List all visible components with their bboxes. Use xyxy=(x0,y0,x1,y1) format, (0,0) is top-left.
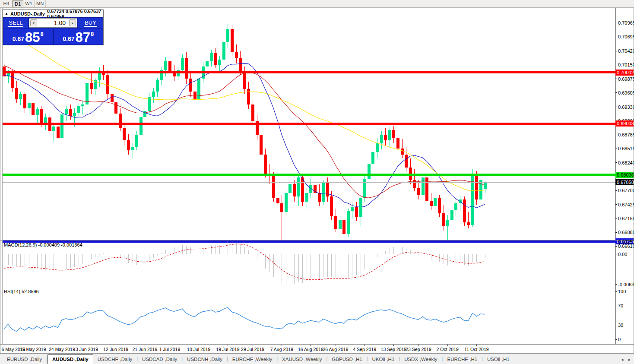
date-label: 24 May 2019 xyxy=(49,347,75,352)
volume-increase-button[interactable]: ▲ xyxy=(69,19,76,26)
rsi-indicator-label: RSI(14) 52.8596 xyxy=(4,289,39,294)
svg-text:0.68240: 0.68240 xyxy=(618,160,634,165)
svg-text:0.002574: 0.002574 xyxy=(618,239,634,244)
tab-usdchf-daily[interactable]: USDCHF-,Daily xyxy=(93,355,137,364)
volume-control: ▼ ▲ xyxy=(29,18,77,28)
date-label: 26 Aug 2019 xyxy=(323,347,349,352)
date-label: 10 Jul 2019 xyxy=(187,347,210,352)
svg-text:0.68785: 0.68785 xyxy=(618,132,634,137)
price-axis: 0.709650.706950.704200.701500.698750.696… xyxy=(0,8,634,353)
level-line-0.70002 xyxy=(3,71,615,73)
rsi-pane: 10070300 xyxy=(3,289,626,342)
chart-title: ▲ AUDUSD-,Daily 0.67724 0.67876 0.67637 … xyxy=(3,10,103,17)
svg-text:70: 70 xyxy=(618,303,623,308)
svg-text:0.70965: 0.70965 xyxy=(618,20,634,25)
chart-window: 0.709650.706950.704200.701500.698750.696… xyxy=(0,8,634,353)
macd-pane: 0.0025740.00-0.006326 xyxy=(4,239,634,287)
date-label: 4 Sep 2019 xyxy=(353,347,376,352)
timeframe-button-d1[interactable]: D1 xyxy=(12,0,23,7)
svg-text:0.67700: 0.67700 xyxy=(618,188,634,193)
tab-ukoil-h1[interactable]: UKOil-,H1 xyxy=(368,355,399,364)
svg-text:0.70150: 0.70150 xyxy=(618,62,634,67)
level-line-0.68006 xyxy=(3,174,615,176)
svg-text:0.70002: 0.70002 xyxy=(617,70,634,75)
tab-scroll-right-icon[interactable]: ► xyxy=(628,358,631,362)
timeframe-toolbar: H4 D1 W1 MN xyxy=(0,0,634,8)
date-label: 15 May 2019 xyxy=(20,347,46,352)
svg-text:0.67155: 0.67155 xyxy=(618,216,634,221)
date-label: 1 Jul 2019 xyxy=(159,347,181,352)
sell-price-big: 85 xyxy=(25,32,40,43)
timeframe-button-h4[interactable]: H4 xyxy=(1,0,12,7)
trade-panel: SELL ▼ ▲ BUY 0.67 85 8 0.67 xyxy=(3,17,103,45)
tab-eurusd-daily[interactable]: EURUSD-,Daily xyxy=(3,355,46,364)
candles-layer xyxy=(3,24,487,242)
buy-price-prefix: 0.67 xyxy=(63,35,74,42)
tab-scroll-arrows: ◄ ► xyxy=(620,358,631,362)
date-label: 19 Jul 2019 xyxy=(216,347,239,352)
date-label: 16 Aug 2019 xyxy=(298,347,323,352)
tab-usdx-weekly[interactable]: USDX-,Weekly xyxy=(400,355,441,364)
tab-usoil-h1[interactable]: USOil-,H1 xyxy=(483,355,514,364)
tab-scroll-left-icon[interactable]: ◄ xyxy=(620,358,624,362)
tab-usdcnh-daily[interactable]: USDCNH-,Daily xyxy=(183,355,227,364)
sell-price-tile[interactable]: 0.67 85 8 xyxy=(3,28,53,44)
date-label: 2 Oct 2019 xyxy=(437,347,459,352)
svg-text:0.70420: 0.70420 xyxy=(618,48,634,54)
collapse-icon[interactable]: ▲ xyxy=(5,12,8,16)
chart-ohlc-values: 0.67724 0.67876 0.67637 0.67858 xyxy=(47,9,101,19)
moving-averages-layer xyxy=(4,32,485,208)
tab-gbpusd-h1[interactable]: GBPUSD-,H1 xyxy=(327,355,366,364)
trading-platform: H4 D1 W1 MN 0.709650.706950.704200.70150… xyxy=(0,0,634,364)
date-axis: 6 May 201915 May 201924 May 20193 Jun 20… xyxy=(2,345,489,352)
svg-text:100: 100 xyxy=(618,289,626,294)
tab-usdcad-daily[interactable]: USDCAD-,Daily xyxy=(138,355,181,364)
sell-button[interactable]: SELL xyxy=(3,18,28,28)
date-label: 12 Jun 2019 xyxy=(103,347,128,352)
buy-price-tile[interactable]: 0.67 87 8 xyxy=(54,28,103,44)
chart-canvas[interactable]: 0.709650.706950.704200.701500.698750.696… xyxy=(0,8,634,353)
svg-text:0.66880: 0.66880 xyxy=(618,230,634,235)
svg-text:0.69605: 0.69605 xyxy=(618,90,634,95)
chart-symbol-period: AUDUSD-,Daily xyxy=(10,11,45,16)
timeframe-button-w1[interactable]: W1 xyxy=(23,0,35,7)
tab-xauusd-weekly[interactable]: XAUUSD-,Weekly xyxy=(278,355,326,364)
svg-text:0.67858: 0.67858 xyxy=(617,180,634,185)
svg-text:0.00: 0.00 xyxy=(618,252,627,257)
buy-button[interactable]: BUY xyxy=(78,18,103,28)
buy-price-big: 87 xyxy=(76,32,90,43)
svg-text:0.68515: 0.68515 xyxy=(618,146,634,151)
svg-text:0.70695: 0.70695 xyxy=(618,34,634,39)
volume-input[interactable] xyxy=(38,19,68,27)
svg-text:0.69003: 0.69003 xyxy=(617,121,634,126)
svg-text:0.69330: 0.69330 xyxy=(618,104,634,110)
date-label: 7 Aug 2019 xyxy=(270,347,293,352)
chart-tabbar: EURUSD-,Daily|AUDUSD-,DailyUSDCHF-,Daily… xyxy=(0,353,634,364)
svg-text:0.67425: 0.67425 xyxy=(618,202,634,207)
svg-text:30: 30 xyxy=(618,323,623,328)
date-label: 29 Jul 2019 xyxy=(241,347,264,352)
level-lines-layer xyxy=(3,71,615,243)
date-label: 3 Jun 2019 xyxy=(76,347,98,352)
svg-text:0.69875: 0.69875 xyxy=(618,76,634,82)
macd-indicator-label: MACD(12,26,9) -0.000409 -0.001364 xyxy=(4,242,82,247)
date-label: 13 Sep 2019 xyxy=(381,347,407,352)
tab-audusd-daily[interactable]: AUDUSD-,Daily xyxy=(48,355,93,364)
svg-text:0.68006: 0.68006 xyxy=(617,172,634,177)
date-label: 11 Oct 2019 xyxy=(464,347,489,352)
svg-text:0: 0 xyxy=(618,337,621,342)
one-click-trading-widget: ▲ AUDUSD-,Daily 0.67724 0.67876 0.67637 … xyxy=(3,9,104,45)
volume-decrease-button[interactable]: ▼ xyxy=(30,19,37,26)
date-label: 23 Sep 2019 xyxy=(406,347,431,352)
buy-price-pip: 8 xyxy=(91,31,94,37)
timeframe-button-mn[interactable]: MN xyxy=(35,0,46,7)
sma-50-line xyxy=(4,32,485,191)
tab-eurchf-weekly[interactable]: EURCHF-,Weekly xyxy=(228,355,276,364)
svg-text:-0.006326: -0.006326 xyxy=(618,282,634,287)
sell-price-pip: 8 xyxy=(41,31,44,37)
sell-price-prefix: 0.67 xyxy=(13,35,24,42)
date-label: 21 Jun 2019 xyxy=(132,347,157,352)
tab-eurchf-h1[interactable]: EURCHF-,H1 xyxy=(443,355,482,364)
rsi-line xyxy=(4,307,485,331)
level-line-0.69003 xyxy=(3,123,615,125)
